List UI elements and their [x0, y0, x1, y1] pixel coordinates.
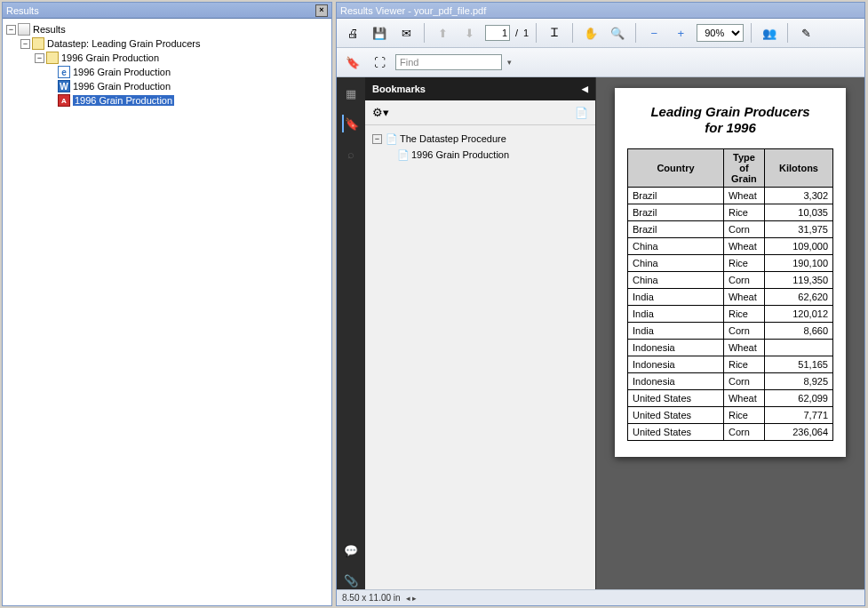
tree-root[interactable]: − Results — [4, 22, 330, 36]
folder-icon — [46, 52, 59, 64]
page-dimensions: 8.50 x 11.00 in — [342, 593, 401, 603]
zoom-out-button[interactable]: − — [643, 22, 665, 44]
bookmarks-tab[interactable]: 🔖 — [342, 115, 360, 132]
cell-grain: Rice — [723, 407, 764, 424]
bookmark-root[interactable]: − 📄 The Datastep Procedure — [372, 131, 588, 147]
cell-grain: Wheat — [723, 188, 764, 204]
search-tab[interactable]: ⌕ — [342, 145, 360, 163]
bookmarks-header: Bookmarks ◀ — [365, 77, 595, 100]
results-title-bar: Results × — [3, 3, 331, 19]
zoom-in-button[interactable]: + — [670, 22, 691, 44]
table-row: ChinaCorn119,350 — [628, 272, 833, 289]
marquee-zoom-button[interactable]: 🔍 — [607, 22, 628, 44]
cell-kilotons: 62,620 — [764, 289, 832, 306]
word-icon: W — [58, 80, 70, 92]
tree-folder[interactable]: − 1996 Grain Production — [4, 51, 330, 65]
bookmark-expand-icon[interactable]: 📄 — [575, 107, 588, 119]
separator — [635, 23, 636, 43]
tree-item-pdf[interactable]: A 1996 Grain Production — [4, 93, 330, 108]
tree-datastep[interactable]: − Datastep: Leading Grain Producers — [4, 36, 330, 51]
print-button[interactable]: 🖨 — [342, 22, 363, 44]
header-country: Country — [628, 149, 724, 188]
table-row: BrazilRice10,035 — [628, 204, 833, 221]
table-row: IndiaRice120,012 — [628, 306, 833, 323]
header-grain: Type of Grain — [723, 149, 764, 188]
collaborate-button[interactable]: 👥 — [759, 22, 780, 44]
table-row: ChinaWheat109,000 — [628, 238, 833, 255]
comments-tab[interactable]: 💬 — [342, 541, 360, 559]
collapse-icon[interactable]: − — [35, 53, 44, 63]
tree-folder-label: 1996 Grain Production — [61, 52, 159, 63]
collapse-icon[interactable]: − — [20, 39, 30, 49]
cell-grain: Wheat — [723, 238, 764, 255]
save-button[interactable]: 💾 — [369, 22, 390, 44]
bookmark-root-label: The Datastep Procedure — [400, 133, 506, 144]
cell-kilotons: 119,350 — [764, 272, 832, 289]
separator — [751, 23, 752, 43]
cell-kilotons: 236,064 — [764, 424, 832, 441]
pdf-icon: A — [58, 94, 70, 107]
tree-item-rtf[interactable]: W 1996 Grain Production — [4, 79, 330, 93]
sign-button[interactable]: ✎ — [795, 22, 816, 44]
table-header-row: Country Type of Grain Kilotons — [628, 149, 833, 188]
separator — [536, 23, 537, 43]
table-row: ChinaRice190,100 — [628, 255, 833, 272]
results-icon — [18, 23, 30, 36]
collapse-icon[interactable]: − — [372, 134, 382, 144]
thumbnails-tab[interactable]: ▦ — [342, 84, 360, 102]
cell-country: India — [628, 289, 724, 306]
bookmarks-toolbar: ⚙▾ 📄 — [365, 100, 595, 125]
cell-kilotons: 10,035 — [764, 204, 832, 221]
bookmark-toggle-button[interactable]: 🔖 — [342, 52, 363, 73]
tree-item-html[interactable]: e 1996 Grain Production — [4, 65, 330, 79]
viewer-panel: Results Viewer - your_pdf_file.pdf 🖨 💾 ✉… — [336, 2, 865, 606]
tree-datastep-label: Datastep: Leading Grain Producers — [47, 38, 200, 49]
page-up-button[interactable]: ⬆ — [432, 22, 453, 44]
table-row: IndiaCorn8,660 — [628, 323, 833, 340]
grain-table: Country Type of Grain Kilotons BrazilWhe… — [627, 148, 833, 441]
cell-kilotons: 120,012 — [764, 306, 832, 323]
separator — [572, 23, 573, 43]
title-line-2: for 1996 — [705, 120, 756, 135]
email-button[interactable]: ✉ — [395, 22, 417, 44]
attachments-tab[interactable]: 📎 — [342, 572, 360, 589]
collapse-panel-icon[interactable]: ◀ — [582, 84, 588, 93]
zoom-select[interactable]: 90% — [697, 24, 744, 42]
table-row: United StatesWheat62,099 — [628, 390, 833, 407]
find-dropdown-icon[interactable]: ▾ — [507, 58, 512, 67]
bookmark-child[interactable]: 📄 1996 Grain Production — [372, 147, 588, 163]
title-line-1: Leading Grain Producers — [650, 104, 809, 119]
bookmarks-tree: − 📄 The Datastep Procedure 📄 1996 Grain … — [365, 125, 595, 589]
separator — [787, 23, 788, 43]
status-bar: 8.50 x 11.00 in ◂ ▸ — [337, 589, 864, 605]
separator — [424, 23, 425, 43]
bookmark-child-label: 1996 Grain Production — [411, 149, 509, 160]
pdf-page-viewport[interactable]: Leading Grain Producers for 1996 Country… — [596, 77, 864, 589]
fit-width-button[interactable]: ⛶ — [369, 52, 390, 73]
cell-grain: Wheat — [723, 340, 764, 356]
collapse-icon[interactable]: − — [6, 25, 16, 35]
viewer-title-bar: Results Viewer - your_pdf_file.pdf — [337, 3, 864, 19]
bookmark-options-icon[interactable]: ⚙▾ — [372, 106, 389, 119]
tree-root-label: Results — [33, 24, 66, 35]
page-total: 1 — [523, 28, 529, 38]
pdf-content-area: ▦ 🔖 ⌕ 💬 📎 Bookmarks ◀ ⚙▾ 📄 − — [337, 77, 864, 589]
cell-country: China — [628, 272, 724, 289]
status-nav-icon[interactable]: ◂ ▸ — [406, 594, 418, 603]
page-number-input[interactable] — [485, 25, 510, 41]
cell-country: India — [628, 306, 724, 323]
hand-tool-button[interactable]: ✋ — [580, 22, 601, 44]
close-icon[interactable]: × — [315, 4, 328, 17]
pdf-nav-sidebar: ▦ 🔖 ⌕ 💬 📎 — [337, 77, 365, 589]
cell-kilotons: 109,000 — [764, 238, 832, 255]
cell-country: Indonesia — [628, 340, 724, 356]
bookmark-page-icon: 📄 — [386, 133, 398, 145]
cell-country: Brazil — [628, 221, 724, 238]
cell-country: Indonesia — [628, 373, 724, 390]
tree-item-rtf-label: 1996 Grain Production — [73, 81, 171, 92]
tree-item-html-label: 1996 Grain Production — [73, 67, 171, 77]
page-down-button[interactable]: ⬇ — [458, 22, 480, 44]
select-tool-button[interactable]: Ꮖ — [544, 22, 565, 44]
bookmarks-header-label: Bookmarks — [372, 84, 426, 94]
find-input[interactable] — [395, 54, 502, 70]
